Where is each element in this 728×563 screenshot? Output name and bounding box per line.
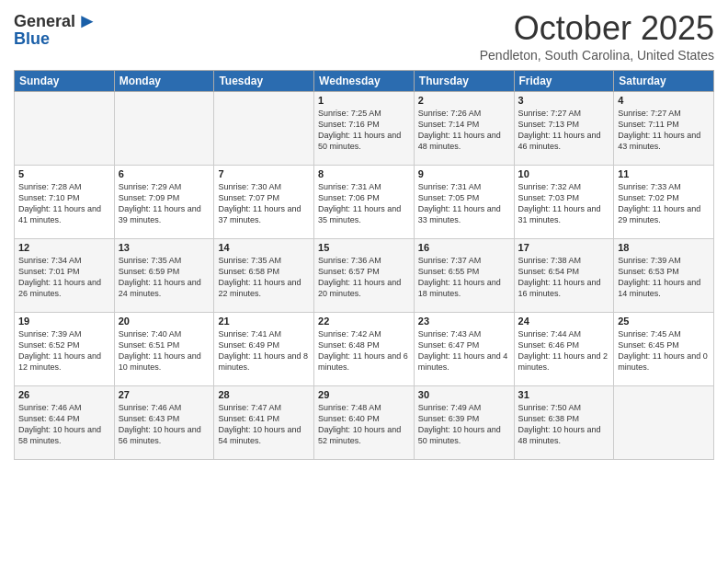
day-header-monday: Monday	[114, 71, 214, 92]
day-header-friday: Friday	[514, 71, 614, 92]
day-number: 25	[618, 316, 710, 327]
week-row-1: 5Sunrise: 7:28 AMSunset: 7:10 PMDaylight…	[15, 166, 714, 239]
day-number: 8	[318, 168, 410, 179]
day-cell	[15, 92, 115, 166]
day-cell: 22Sunrise: 7:42 AMSunset: 6:48 PMDayligh…	[314, 313, 415, 386]
days-header-row: SundayMondayTuesdayWednesdayThursdayFrid…	[15, 71, 714, 92]
logo: General ► Blue	[14, 9, 97, 49]
day-number: 28	[218, 389, 310, 400]
day-cell: 14Sunrise: 7:35 AMSunset: 6:58 PMDayligh…	[214, 239, 314, 313]
day-info: Sunrise: 7:31 AMSunset: 7:06 PMDaylight:…	[318, 181, 410, 226]
day-cell	[114, 92, 214, 166]
day-info: Sunrise: 7:28 AMSunset: 7:10 PMDaylight:…	[18, 181, 110, 226]
day-number: 2	[418, 95, 510, 106]
day-info: Sunrise: 7:46 AMSunset: 6:43 PMDaylight:…	[119, 402, 210, 447]
day-number: 5	[18, 168, 110, 179]
day-number: 29	[318, 389, 410, 400]
logo-general-text: General	[14, 12, 75, 31]
day-number: 16	[418, 242, 510, 253]
day-cell: 20Sunrise: 7:40 AMSunset: 6:51 PMDayligh…	[114, 313, 214, 386]
day-info: Sunrise: 7:31 AMSunset: 7:05 PMDaylight:…	[418, 181, 510, 226]
day-number: 10	[518, 168, 610, 179]
day-cell: 25Sunrise: 7:45 AMSunset: 6:45 PMDayligh…	[614, 313, 714, 386]
day-info: Sunrise: 7:35 AMSunset: 6:59 PMDaylight:…	[119, 255, 210, 300]
day-cell: 31Sunrise: 7:50 AMSunset: 6:38 PMDayligh…	[514, 386, 614, 460]
day-cell: 27Sunrise: 7:46 AMSunset: 6:43 PMDayligh…	[114, 386, 214, 460]
day-info: Sunrise: 7:46 AMSunset: 6:44 PMDaylight:…	[18, 402, 110, 447]
day-number: 14	[218, 242, 310, 253]
day-info: Sunrise: 7:36 AMSunset: 6:57 PMDaylight:…	[318, 255, 410, 300]
day-info: Sunrise: 7:42 AMSunset: 6:48 PMDaylight:…	[318, 328, 410, 373]
day-number: 21	[218, 316, 310, 327]
day-cell: 30Sunrise: 7:49 AMSunset: 6:39 PMDayligh…	[414, 386, 514, 460]
day-info: Sunrise: 7:34 AMSunset: 7:01 PMDaylight:…	[18, 255, 110, 300]
day-number: 6	[119, 168, 210, 179]
day-info: Sunrise: 7:25 AMSunset: 7:16 PMDaylight:…	[318, 108, 410, 153]
day-header-wednesday: Wednesday	[314, 71, 415, 92]
day-cell: 21Sunrise: 7:41 AMSunset: 6:49 PMDayligh…	[214, 313, 314, 386]
day-number: 27	[119, 389, 210, 400]
location: Pendleton, South Carolina, United States	[480, 48, 714, 63]
day-info: Sunrise: 7:33 AMSunset: 7:02 PMDaylight:…	[618, 181, 710, 226]
day-info: Sunrise: 7:32 AMSunset: 7:03 PMDaylight:…	[518, 181, 610, 226]
day-number: 26	[18, 389, 110, 400]
day-cell	[214, 92, 314, 166]
day-header-saturday: Saturday	[614, 71, 714, 92]
day-number: 30	[418, 389, 510, 400]
day-cell: 7Sunrise: 7:30 AMSunset: 7:07 PMDaylight…	[214, 166, 314, 239]
day-info: Sunrise: 7:30 AMSunset: 7:07 PMDaylight:…	[218, 181, 310, 226]
page: General ► Blue October 2025 Pendleton, S…	[0, 0, 728, 563]
day-cell: 10Sunrise: 7:32 AMSunset: 7:03 PMDayligh…	[514, 166, 614, 239]
header: General ► Blue October 2025 Pendleton, S…	[14, 9, 714, 63]
day-cell: 13Sunrise: 7:35 AMSunset: 6:59 PMDayligh…	[114, 239, 214, 313]
day-number: 3	[518, 95, 610, 106]
day-cell: 16Sunrise: 7:37 AMSunset: 6:55 PMDayligh…	[414, 239, 514, 313]
day-cell: 4Sunrise: 7:27 AMSunset: 7:11 PMDaylight…	[614, 92, 714, 166]
day-info: Sunrise: 7:50 AMSunset: 6:38 PMDaylight:…	[518, 402, 610, 447]
day-cell: 11Sunrise: 7:33 AMSunset: 7:02 PMDayligh…	[614, 166, 714, 239]
day-cell: 5Sunrise: 7:28 AMSunset: 7:10 PMDaylight…	[15, 166, 115, 239]
day-cell: 28Sunrise: 7:47 AMSunset: 6:41 PMDayligh…	[214, 386, 314, 460]
day-info: Sunrise: 7:43 AMSunset: 6:47 PMDaylight:…	[418, 328, 510, 373]
day-info: Sunrise: 7:35 AMSunset: 6:58 PMDaylight:…	[218, 255, 310, 300]
day-info: Sunrise: 7:26 AMSunset: 7:14 PMDaylight:…	[418, 108, 510, 153]
day-cell: 9Sunrise: 7:31 AMSunset: 7:05 PMDaylight…	[414, 166, 514, 239]
day-info: Sunrise: 7:49 AMSunset: 6:39 PMDaylight:…	[418, 402, 510, 447]
day-info: Sunrise: 7:44 AMSunset: 6:46 PMDaylight:…	[518, 328, 610, 373]
day-info: Sunrise: 7:48 AMSunset: 6:40 PMDaylight:…	[318, 402, 410, 447]
logo-blue-text: Blue	[14, 29, 50, 49]
day-cell: 8Sunrise: 7:31 AMSunset: 7:06 PMDaylight…	[314, 166, 415, 239]
day-info: Sunrise: 7:27 AMSunset: 7:11 PMDaylight:…	[618, 108, 710, 153]
title-area: October 2025 Pendleton, South Carolina, …	[480, 9, 714, 63]
day-info: Sunrise: 7:27 AMSunset: 7:13 PMDaylight:…	[518, 108, 610, 153]
day-number: 31	[518, 389, 610, 400]
day-cell: 18Sunrise: 7:39 AMSunset: 6:53 PMDayligh…	[614, 239, 714, 313]
day-header-thursday: Thursday	[414, 71, 514, 92]
day-cell: 3Sunrise: 7:27 AMSunset: 7:13 PMDaylight…	[514, 92, 614, 166]
day-info: Sunrise: 7:39 AMSunset: 6:52 PMDaylight:…	[18, 328, 110, 373]
week-row-0: 1Sunrise: 7:25 AMSunset: 7:16 PMDaylight…	[15, 92, 714, 166]
week-row-3: 19Sunrise: 7:39 AMSunset: 6:52 PMDayligh…	[15, 313, 714, 386]
logo-icon: ►	[77, 9, 97, 33]
day-cell: 1Sunrise: 7:25 AMSunset: 7:16 PMDaylight…	[314, 92, 415, 166]
day-header-sunday: Sunday	[15, 71, 115, 92]
day-info: Sunrise: 7:29 AMSunset: 7:09 PMDaylight:…	[119, 181, 210, 226]
day-number: 4	[618, 95, 710, 106]
day-cell: 17Sunrise: 7:38 AMSunset: 6:54 PMDayligh…	[514, 239, 614, 313]
day-info: Sunrise: 7:47 AMSunset: 6:41 PMDaylight:…	[218, 402, 310, 447]
day-number: 12	[18, 242, 110, 253]
day-cell: 29Sunrise: 7:48 AMSunset: 6:40 PMDayligh…	[314, 386, 415, 460]
day-info: Sunrise: 7:38 AMSunset: 6:54 PMDaylight:…	[518, 255, 610, 300]
day-info: Sunrise: 7:40 AMSunset: 6:51 PMDaylight:…	[119, 328, 210, 373]
day-cell: 23Sunrise: 7:43 AMSunset: 6:47 PMDayligh…	[414, 313, 514, 386]
day-header-tuesday: Tuesday	[214, 71, 314, 92]
calendar: SundayMondayTuesdayWednesdayThursdayFrid…	[14, 70, 714, 460]
day-cell: 26Sunrise: 7:46 AMSunset: 6:44 PMDayligh…	[15, 386, 115, 460]
day-number: 22	[318, 316, 410, 327]
day-number: 24	[518, 316, 610, 327]
week-row-4: 26Sunrise: 7:46 AMSunset: 6:44 PMDayligh…	[15, 386, 714, 460]
day-cell	[614, 386, 714, 460]
day-number: 18	[618, 242, 710, 253]
day-number: 13	[119, 242, 210, 253]
day-number: 19	[18, 316, 110, 327]
